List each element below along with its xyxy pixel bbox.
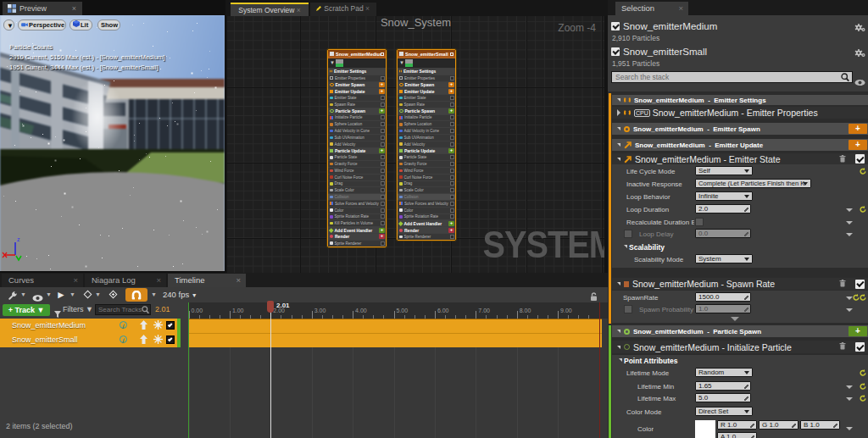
svg-text:z: z xyxy=(17,236,20,242)
